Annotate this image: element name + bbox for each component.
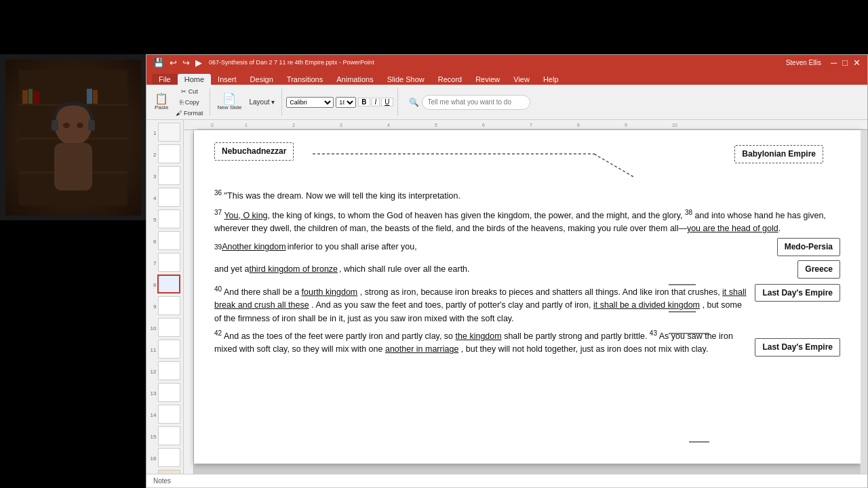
slide-thumb-4[interactable] xyxy=(158,188,181,207)
ribbon-content: 📋 Paste ✂ Cut ⎘ Copy 🖌 Format 📄 New Slid… xyxy=(146,85,867,120)
greece-label[interactable]: Greece xyxy=(797,260,840,279)
bottom-left-black xyxy=(0,220,146,488)
slide-num-12: 12 xyxy=(149,369,157,375)
minimize-icon[interactable]: ─ xyxy=(829,58,838,68)
tab-insert[interactable]: Insert xyxy=(211,74,243,85)
slide-num-15: 15 xyxy=(149,434,157,440)
tab-home[interactable]: Home xyxy=(178,74,211,85)
slide-thumb-10[interactable] xyxy=(158,318,181,337)
verse-40-container: 40 And there shall be a fourth kingdom ,… xyxy=(214,284,840,325)
svg-rect-10 xyxy=(54,143,92,190)
layout-btn[interactable]: Layout ▾ xyxy=(247,97,278,107)
new-slide-btn[interactable]: 📄 New Slide xyxy=(214,92,244,112)
redo-icon[interactable]: ↪ xyxy=(181,58,191,68)
svg-rect-4 xyxy=(22,90,28,104)
slide-canvas[interactable]: Nebuchadnezzar Babylonian Empire xyxy=(194,130,861,464)
ruler-top-svg: 0 1 2 3 4 5 6 7 8 9 10 xyxy=(197,120,867,129)
slide-thumb-12[interactable] xyxy=(158,361,181,380)
slide-num-8: 8 xyxy=(149,282,156,288)
tab-help[interactable]: Help xyxy=(536,74,566,85)
tab-transitions[interactable]: Transitions xyxy=(280,74,330,85)
svg-rect-5 xyxy=(28,89,33,104)
slide-thumb-14[interactable] xyxy=(158,405,181,424)
underline-btn[interactable]: U xyxy=(381,98,393,106)
tab-review[interactable]: Review xyxy=(469,74,507,85)
slide-thumb-3[interactable] xyxy=(158,166,181,185)
slide-row-17: 17 xyxy=(149,470,180,474)
slide-num-1: 1 xyxy=(149,130,157,136)
slide-num-4: 4 xyxy=(149,195,157,201)
save-icon[interactable]: 💾 xyxy=(152,58,165,68)
verse-39: 39 Another kingdom inferior to you shall… xyxy=(214,239,840,256)
verse-num-37: 37 xyxy=(214,209,222,216)
medo-persia-label[interactable]: Medo-Persia xyxy=(777,238,840,256)
slide-thumb-16[interactable] xyxy=(158,448,181,467)
slide-thumb-8[interactable] xyxy=(157,274,180,293)
svg-rect-6 xyxy=(33,92,39,104)
user-name: Steven Ellis xyxy=(786,59,821,66)
slide-num-5: 5 xyxy=(149,217,157,223)
powerpoint-window: 💾 ↩ ↪ ▶ 067-Synthesis of Dan 2 7 11 re 4… xyxy=(146,54,868,488)
italic-btn[interactable]: I xyxy=(372,98,380,106)
tab-record[interactable]: Record xyxy=(431,74,469,85)
tab-animations[interactable]: Animations xyxy=(330,74,380,85)
tab-view[interactable]: View xyxy=(507,74,536,85)
slide-thumb-7[interactable] xyxy=(158,253,181,272)
slide-row-8: 8 xyxy=(149,274,180,295)
tab-file[interactable]: File xyxy=(152,74,178,85)
babylonian-empire-label[interactable]: Babylonian Empire xyxy=(734,145,823,163)
verse-num-39: 39 xyxy=(214,242,222,253)
slide-row-1: 1 xyxy=(149,123,180,143)
bold-btn[interactable]: B xyxy=(358,98,370,106)
copy-btn[interactable]: ⎘ Copy xyxy=(173,98,205,107)
slide-thumb-5[interactable] xyxy=(158,209,181,228)
restore-icon[interactable]: □ xyxy=(841,58,849,68)
verse-num-38: 38 xyxy=(685,209,692,216)
svg-text:5: 5 xyxy=(435,123,437,127)
paste-btn[interactable]: 📋 Paste xyxy=(152,92,171,112)
present-icon[interactable]: ▶ xyxy=(194,58,203,68)
tab-design[interactable]: Design xyxy=(243,74,280,85)
cut-btn[interactable]: ✂ Cut xyxy=(173,87,205,96)
main-area: 1 2 3 4 5 xyxy=(146,120,867,474)
close-icon[interactable]: ✕ xyxy=(852,58,862,68)
slide-thumb-17[interactable] xyxy=(158,470,181,474)
undo-icon[interactable]: ↩ xyxy=(168,58,178,68)
slide-num-6: 6 xyxy=(149,239,157,245)
format-painter-btn[interactable]: 🖌 Format xyxy=(173,108,205,118)
slide-thumb-6[interactable] xyxy=(158,231,181,250)
font-family-select[interactable]: Calibri xyxy=(286,97,334,108)
slide-list: 1 2 3 4 5 xyxy=(149,123,180,474)
slide-thumb-2[interactable] xyxy=(158,144,181,163)
slide-row-12: 12 xyxy=(149,361,180,382)
slide-thumb-1[interactable] xyxy=(158,123,181,142)
slide-thumb-13[interactable] xyxy=(158,383,181,402)
slides-group: 📄 New Slide Layout ▾ xyxy=(214,89,282,116)
svg-text:9: 9 xyxy=(625,123,627,127)
slide-num-13: 13 xyxy=(149,390,157,396)
clipboard-group: 📋 Paste ✂ Cut ⎘ Copy 🖌 Format xyxy=(152,89,210,116)
slide-row-16: 16 xyxy=(149,448,180,468)
slide-thumb-15[interactable] xyxy=(158,426,181,445)
svg-rect-15 xyxy=(197,120,867,129)
last-day-empire-label-1[interactable]: Last Day's Empire xyxy=(755,284,840,302)
nebuchadnezzar-label[interactable]: Nebuchadnezzar xyxy=(214,142,294,161)
svg-line-29 xyxy=(594,154,635,178)
svg-text:3: 3 xyxy=(340,123,342,127)
tab-slideshow[interactable]: Slide Show xyxy=(380,74,431,85)
slide-editing-area[interactable]: 0 1 2 3 4 5 6 7 8 9 10 xyxy=(184,120,867,474)
verse-num-40: 40 xyxy=(214,285,222,293)
slide-num-9: 9 xyxy=(149,304,157,310)
last-day-empire-label-2[interactable]: Last Day's Empire xyxy=(755,338,840,357)
font-size-select[interactable]: 18 xyxy=(336,97,356,108)
slide-thumb-11[interactable] xyxy=(158,340,181,359)
tell-me-bar: 🔍 xyxy=(409,95,862,110)
svg-point-13 xyxy=(63,123,70,128)
quick-access-toolbar: 💾 ↩ ↪ ▶ 067-Synthesis of Dan 2 7 11 re 4… xyxy=(146,55,867,70)
svg-rect-12 xyxy=(88,120,95,131)
slide-thumb-9[interactable] xyxy=(158,296,181,315)
slide-num-2: 2 xyxy=(149,152,157,158)
vertical-scrollbar[interactable] xyxy=(861,130,867,474)
svg-text:10: 10 xyxy=(672,123,677,127)
tell-me-input[interactable] xyxy=(422,95,530,110)
